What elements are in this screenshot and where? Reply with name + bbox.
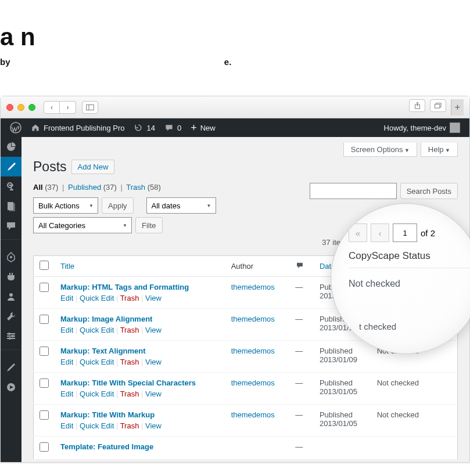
- trash-link[interactable]: Trash: [120, 358, 139, 366]
- date-cell: Published2013/01/05: [314, 373, 371, 405]
- window-minimize-icon[interactable]: [17, 104, 24, 111]
- screen-options-button[interactable]: Screen Options: [343, 143, 417, 157]
- search-posts-button[interactable]: Search Posts: [400, 183, 458, 199]
- author-link[interactable]: themedemos: [231, 378, 275, 387]
- sidebar-item-settings[interactable]: [1, 326, 21, 346]
- column-title[interactable]: Title: [60, 262, 74, 271]
- row-checkbox[interactable]: [40, 410, 49, 420]
- view-link[interactable]: View: [145, 294, 162, 302]
- author-link[interactable]: themedemos: [231, 347, 275, 355]
- share-icon[interactable]: [409, 99, 425, 112]
- row-checkbox[interactable]: [40, 283, 49, 292]
- mag-pagination-input[interactable]: [393, 223, 417, 242]
- mag-pagination-first[interactable]: «: [349, 223, 367, 242]
- filter-button[interactable]: Filte: [135, 217, 163, 233]
- sidebar-item-pages[interactable]: [1, 196, 21, 216]
- quick-edit-link[interactable]: Quick Edit: [80, 294, 114, 302]
- edit-link[interactable]: Edit: [60, 294, 73, 302]
- trash-link[interactable]: Trash: [120, 326, 139, 334]
- post-title-link[interactable]: Markup: Title With Special Characters: [60, 378, 196, 387]
- browser-forward-button[interactable]: ›: [60, 101, 76, 114]
- sidebar-item-tools[interactable]: [1, 306, 21, 326]
- add-new-button[interactable]: Add New: [71, 160, 115, 174]
- window-close-icon[interactable]: [6, 104, 13, 111]
- post-title-link[interactable]: Template: Featured Image: [60, 442, 153, 451]
- site-name-link[interactable]: Frontend Publishing Pro: [26, 118, 129, 137]
- sidebar-item-users[interactable]: [1, 287, 21, 306]
- row-checkbox[interactable]: [40, 378, 49, 388]
- filter-trash[interactable]: Trash: [126, 183, 145, 192]
- new-tab-button[interactable]: +: [451, 99, 464, 116]
- category-filter-select[interactable]: All Categories: [33, 217, 132, 233]
- author-link[interactable]: themedemos: [231, 315, 275, 323]
- sidebar-item-media[interactable]: [1, 176, 21, 196]
- edit-link[interactable]: Edit: [60, 421, 73, 430]
- browser-back-button[interactable]: ‹: [44, 101, 60, 114]
- column-author: Author: [225, 256, 289, 277]
- row-checkbox[interactable]: [40, 315, 49, 324]
- apply-button[interactable]: Apply: [102, 197, 134, 214]
- table-row: Markup: Title With Markup Edit | Quick E…: [34, 405, 458, 437]
- copyscape-cell: Not checked: [371, 405, 458, 437]
- mag-value-2: t checked: [359, 322, 470, 331]
- date-cell: Published2013/01/09: [314, 341, 371, 373]
- view-link[interactable]: View: [145, 326, 162, 334]
- trash-link[interactable]: Trash: [120, 421, 139, 430]
- sidebar-item-dashboard[interactable]: [1, 137, 21, 157]
- svg-point-13: [8, 333, 10, 335]
- account-menu[interactable]: Howdy, theme-dev: [379, 122, 465, 133]
- row-checkbox[interactable]: [40, 442, 49, 452]
- view-link[interactable]: View: [145, 390, 162, 398]
- search-input[interactable]: [310, 183, 397, 199]
- author-link[interactable]: themedemos: [231, 283, 275, 291]
- sidebar-item-custom-2[interactable]: [1, 377, 21, 397]
- browser-sidebar-button[interactable]: [82, 101, 98, 114]
- bulk-actions-select[interactable]: Bulk Actions: [33, 197, 98, 214]
- edit-link[interactable]: Edit: [60, 358, 73, 366]
- author-link[interactable]: themedemos: [231, 410, 275, 419]
- updates-link[interactable]: 14: [129, 118, 159, 137]
- comments-link[interactable]: 0: [160, 118, 186, 137]
- edit-link[interactable]: Edit: [60, 326, 73, 334]
- select-all-checkbox[interactable]: [40, 261, 49, 270]
- post-title-link[interactable]: Markup: Text Alignment: [60, 347, 146, 355]
- sidebar-item-plugins[interactable]: [1, 267, 21, 287]
- trash-link[interactable]: Trash: [120, 390, 139, 398]
- comment-icon: [164, 123, 174, 132]
- tabs-icon[interactable]: [430, 99, 446, 112]
- row-actions: Edit | Quick Edit | Trash | View: [60, 390, 220, 398]
- mag-pagination-prev[interactable]: ‹: [371, 223, 389, 242]
- column-comments[interactable]: [289, 256, 314, 277]
- date-cell: [314, 437, 371, 460]
- quick-edit-link[interactable]: Quick Edit: [80, 358, 114, 366]
- filter-published[interactable]: Published: [68, 183, 101, 192]
- admin-sidebar: [1, 137, 21, 462]
- copyscape-cell: Not checked: [371, 373, 458, 405]
- sidebar-separator: [1, 349, 21, 358]
- row-checkbox[interactable]: [40, 347, 49, 356]
- sidebar-item-custom-1[interactable]: [1, 358, 21, 377]
- svg-rect-7: [9, 203, 15, 211]
- post-title-link[interactable]: Markup: Image Alignment: [60, 315, 152, 323]
- new-content-link[interactable]: + New: [186, 118, 220, 137]
- quick-edit-link[interactable]: Quick Edit: [80, 421, 114, 430]
- row-actions: Edit | Quick Edit | Trash | View: [60, 294, 220, 302]
- help-button[interactable]: Help: [421, 143, 458, 157]
- sidebar-item-comments[interactable]: [1, 216, 21, 236]
- date-filter-select[interactable]: All dates: [146, 197, 216, 214]
- view-link[interactable]: View: [145, 358, 162, 366]
- post-title-link[interactable]: Markup: Title With Markup: [60, 410, 155, 419]
- post-title-link[interactable]: Markup: HTML Tags and Formatting: [60, 283, 189, 291]
- sidebar-item-posts[interactable]: [1, 157, 21, 176]
- quick-edit-link[interactable]: Quick Edit: [80, 326, 114, 334]
- sidebar-item-appearance[interactable]: [1, 247, 21, 267]
- window-zoom-icon[interactable]: [28, 104, 35, 111]
- view-link[interactable]: View: [145, 421, 162, 430]
- wp-logo-menu[interactable]: [5, 118, 26, 137]
- svg-rect-4: [435, 104, 440, 108]
- quick-edit-link[interactable]: Quick Edit: [80, 390, 114, 398]
- howdy-label: Howdy, theme-dev: [384, 124, 446, 132]
- filter-all[interactable]: All: [33, 183, 43, 192]
- trash-link[interactable]: Trash: [120, 294, 139, 302]
- edit-link[interactable]: Edit: [60, 390, 73, 398]
